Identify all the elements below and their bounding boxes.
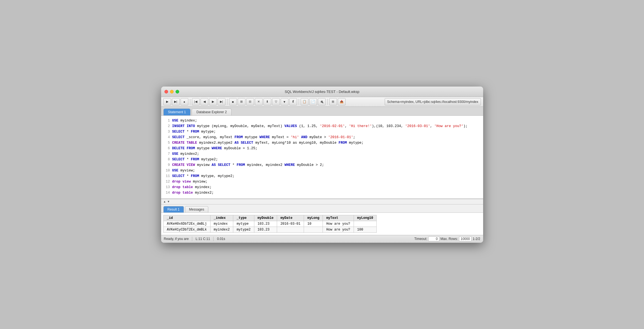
splitter-up-icon[interactable]: ▲: [163, 200, 166, 203]
last-button[interactable]: ▶|: [218, 98, 225, 105]
stop-button[interactable]: ●: [181, 98, 188, 105]
first-button[interactable]: |◀: [192, 98, 200, 105]
toolbar-sep-2: [227, 99, 227, 105]
filter3-button[interactable]: ⬇̃: [289, 98, 297, 105]
tab-statement1[interactable]: Statement 1: [163, 108, 191, 115]
prev-button[interactable]: ◀: [201, 98, 208, 105]
delete-button[interactable]: ✕: [255, 98, 263, 105]
main-area: 1USE myindex;2INSERT INTO mytype (myLong…: [161, 116, 483, 235]
line-content: CREATE VIEW myview AS SELECT * FROM myin…: [172, 162, 481, 168]
minimize-button[interactable]: [170, 90, 174, 93]
line-number: 2: [163, 123, 170, 129]
table-cell: 10: [304, 221, 323, 227]
table-cell: mytype2: [233, 227, 254, 232]
result-table: _id_index_typemyDoublemyDatemyLongmyText…: [163, 215, 377, 233]
line-content: SELECT * FROM mytype, mytype2;: [172, 173, 481, 179]
titlebar: SQL Workbench/J sql4es-TEST - Default.wk…: [161, 87, 483, 97]
table-cell: How are you?: [323, 227, 354, 232]
line-number: 6: [163, 146, 170, 151]
line-content: INSERT INTO mytype (myLong, myDouble, my…: [172, 123, 481, 129]
connection-info: Schema=myindex, URL=jdbc:sql4es://localh…: [385, 98, 481, 105]
filter2-button[interactable]: ▼: [281, 98, 288, 105]
timeout-label: Timeout:: [414, 237, 427, 241]
maxrows-label: Max. Rows:: [440, 237, 458, 241]
line-content: USE myindex2;: [172, 151, 481, 157]
table-cell: mytype: [233, 221, 254, 227]
code-line: 13drop table myindex;: [161, 184, 483, 190]
table-button[interactable]: ⊟: [246, 98, 254, 105]
copy-button[interactable]: 📄: [309, 98, 317, 105]
line-content: SELECT * FROM mytype2;: [172, 157, 481, 162]
window-title: SQL Workbench/J sql4es-TEST - Default.wk…: [285, 90, 359, 94]
line-number: 5: [163, 140, 170, 146]
code-line: 6DELETE FROM mytype WHERE myDouble = 1.2…: [161, 146, 483, 151]
table-cell: 100: [354, 227, 377, 232]
table-row: AVKeH1yCDbT2Ex_dmBLkmyindex2mytype2103.2…: [163, 227, 377, 232]
table-cell: myindex2: [210, 227, 233, 232]
splitter-down-icon[interactable]: ▼: [167, 200, 170, 203]
line-number: 1: [163, 118, 170, 123]
tab-db-explorer[interactable]: Database Explorer 2: [192, 108, 231, 115]
results-area: Result 1 Messages _id_index_typemyDouble…: [161, 204, 483, 235]
code-line: 4SELECT _score, myLong, myText FROM myty…: [161, 135, 483, 140]
line-number: 8: [163, 157, 170, 162]
table-cell: 103.23: [254, 227, 277, 232]
table-cell: AVKeH0x6DbT2Ex_dmBLj: [163, 221, 210, 227]
timeout-value[interactable]: 0: [428, 236, 439, 241]
run-button[interactable]: ▶: [163, 98, 171, 105]
code-line: 5CREATE TABLE myindex2.mytype2 AS SELECT…: [161, 140, 483, 146]
line-content: DELETE FROM mytype WHERE myDouble = 1.25…: [172, 146, 481, 151]
run-current-button[interactable]: ▶|: [172, 98, 180, 105]
line-number: 14: [163, 190, 170, 196]
table-header-cell: _index: [210, 215, 233, 221]
tab-result1[interactable]: Result 1: [163, 206, 184, 212]
grid2-button[interactable]: ⊞: [329, 98, 337, 105]
table-header-cell: _id: [163, 215, 210, 221]
traffic-lights: [164, 90, 179, 93]
line-content: SELECT * FROM mytype;: [172, 129, 481, 135]
line-number: 12: [163, 179, 170, 184]
stop2-button[interactable]: ■: [229, 98, 237, 105]
connect-button[interactable]: 🔌: [318, 98, 326, 105]
table-header-cell: myLong: [304, 215, 323, 221]
status-sep-2: [213, 237, 214, 241]
next-button[interactable]: ▶: [209, 98, 217, 105]
line-content: CREATE TABLE myindex2.mytype2 AS SELECT …: [172, 140, 481, 146]
status-right: Timeout: 0 Max. Rows: 10000 1-2/2: [414, 236, 480, 241]
maxrows-value[interactable]: 10000: [459, 236, 471, 241]
toolbar-sep-1: [190, 99, 190, 105]
page-info: 1-2/2: [473, 237, 480, 241]
table-cell: [354, 221, 377, 227]
code-line: 1USE myindex;: [161, 118, 483, 123]
splitter[interactable]: ▲ ▼: [161, 199, 483, 204]
status-sep-1: [192, 237, 192, 241]
line-content: USE myindex;: [172, 118, 481, 123]
table-header-cell: myText: [323, 215, 354, 221]
table-header-cell: myDouble: [254, 215, 277, 221]
close-button[interactable]: [164, 90, 168, 93]
code-line: 8SELECT * FROM mytype2;: [161, 157, 483, 162]
grid-button[interactable]: ⊞: [238, 98, 245, 105]
tab-bar: Statement 1 Database Explorer 2: [161, 107, 483, 116]
export-button[interactable]: 📤: [338, 98, 346, 105]
clipboard-button[interactable]: 📋: [301, 98, 308, 105]
status-bar: Ready, if you are L:11 C:11 0.01s Timeou…: [161, 235, 483, 243]
table-cell: 103.23: [254, 221, 277, 227]
filter-button[interactable]: ▽: [272, 98, 280, 105]
code-line: 14drop table myindex2;: [161, 190, 483, 196]
toolbar-sep-4: [327, 99, 328, 105]
code-line: 10USE myview;: [161, 168, 483, 173]
code-line: 3SELECT * FROM mytype;: [161, 129, 483, 135]
table-header-cell: myLong10: [354, 215, 377, 221]
maximize-button[interactable]: [176, 90, 179, 93]
cursor-position: L:11 C:11: [196, 237, 210, 241]
tab-messages[interactable]: Messages: [185, 206, 209, 212]
line-number: 11: [163, 173, 170, 179]
line-number: 10: [163, 168, 170, 173]
line-content: SELECT _score, myLong, myText FROM mytyp…: [172, 135, 481, 140]
download-button[interactable]: ⬇: [263, 98, 271, 105]
line-content: USE myview;: [172, 168, 481, 173]
editor-area[interactable]: 1USE myindex;2INSERT INTO mytype (myLong…: [161, 116, 483, 199]
code-line: 9CREATE VIEW myview AS SELECT * FROM myi…: [161, 162, 483, 168]
code-line: 12drop view myview;: [161, 179, 483, 184]
